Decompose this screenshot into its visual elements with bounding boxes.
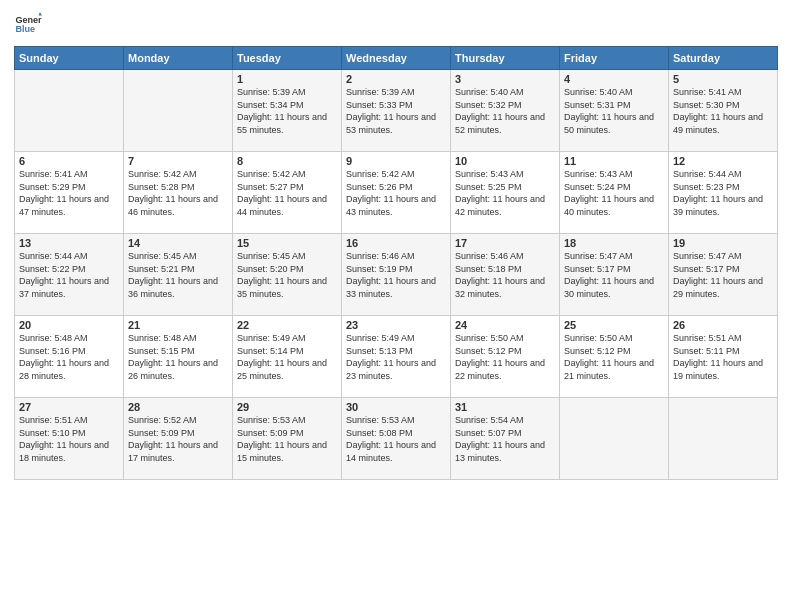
day-content: Sunrise: 5:53 AM Sunset: 5:09 PM Dayligh…: [237, 414, 337, 464]
day-content: Sunrise: 5:46 AM Sunset: 5:19 PM Dayligh…: [346, 250, 446, 300]
day-number: 3: [455, 73, 555, 85]
header: General Blue: [14, 10, 778, 38]
day-cell: 29Sunrise: 5:53 AM Sunset: 5:09 PM Dayli…: [233, 398, 342, 480]
weekday-header-sunday: Sunday: [15, 47, 124, 70]
day-cell: 28Sunrise: 5:52 AM Sunset: 5:09 PM Dayli…: [124, 398, 233, 480]
weekday-header-monday: Monday: [124, 47, 233, 70]
day-content: Sunrise: 5:51 AM Sunset: 5:10 PM Dayligh…: [19, 414, 119, 464]
day-number: 17: [455, 237, 555, 249]
day-content: Sunrise: 5:43 AM Sunset: 5:25 PM Dayligh…: [455, 168, 555, 218]
day-cell: [560, 398, 669, 480]
day-number: 7: [128, 155, 228, 167]
logo-icon: General Blue: [14, 10, 42, 38]
svg-marker-2: [39, 12, 43, 16]
day-content: Sunrise: 5:48 AM Sunset: 5:15 PM Dayligh…: [128, 332, 228, 382]
day-cell: 20Sunrise: 5:48 AM Sunset: 5:16 PM Dayli…: [15, 316, 124, 398]
day-content: Sunrise: 5:50 AM Sunset: 5:12 PM Dayligh…: [564, 332, 664, 382]
day-cell: 25Sunrise: 5:50 AM Sunset: 5:12 PM Dayli…: [560, 316, 669, 398]
day-content: Sunrise: 5:54 AM Sunset: 5:07 PM Dayligh…: [455, 414, 555, 464]
day-content: Sunrise: 5:49 AM Sunset: 5:13 PM Dayligh…: [346, 332, 446, 382]
day-cell: 30Sunrise: 5:53 AM Sunset: 5:08 PM Dayli…: [342, 398, 451, 480]
day-content: Sunrise: 5:50 AM Sunset: 5:12 PM Dayligh…: [455, 332, 555, 382]
weekday-header-tuesday: Tuesday: [233, 47, 342, 70]
day-number: 19: [673, 237, 773, 249]
day-cell: 31Sunrise: 5:54 AM Sunset: 5:07 PM Dayli…: [451, 398, 560, 480]
day-content: Sunrise: 5:48 AM Sunset: 5:16 PM Dayligh…: [19, 332, 119, 382]
day-content: Sunrise: 5:42 AM Sunset: 5:27 PM Dayligh…: [237, 168, 337, 218]
weekday-header-friday: Friday: [560, 47, 669, 70]
day-number: 22: [237, 319, 337, 331]
day-content: Sunrise: 5:44 AM Sunset: 5:23 PM Dayligh…: [673, 168, 773, 218]
day-content: Sunrise: 5:43 AM Sunset: 5:24 PM Dayligh…: [564, 168, 664, 218]
week-row-2: 6Sunrise: 5:41 AM Sunset: 5:29 PM Daylig…: [15, 152, 778, 234]
day-cell: 15Sunrise: 5:45 AM Sunset: 5:20 PM Dayli…: [233, 234, 342, 316]
day-number: 26: [673, 319, 773, 331]
day-number: 13: [19, 237, 119, 249]
day-content: Sunrise: 5:51 AM Sunset: 5:11 PM Dayligh…: [673, 332, 773, 382]
day-cell: 13Sunrise: 5:44 AM Sunset: 5:22 PM Dayli…: [15, 234, 124, 316]
day-content: Sunrise: 5:45 AM Sunset: 5:21 PM Dayligh…: [128, 250, 228, 300]
week-row-4: 20Sunrise: 5:48 AM Sunset: 5:16 PM Dayli…: [15, 316, 778, 398]
day-number: 5: [673, 73, 773, 85]
weekday-header-saturday: Saturday: [669, 47, 778, 70]
day-number: 6: [19, 155, 119, 167]
day-cell: 17Sunrise: 5:46 AM Sunset: 5:18 PM Dayli…: [451, 234, 560, 316]
day-number: 30: [346, 401, 446, 413]
day-number: 31: [455, 401, 555, 413]
day-content: Sunrise: 5:47 AM Sunset: 5:17 PM Dayligh…: [673, 250, 773, 300]
weekday-header-wednesday: Wednesday: [342, 47, 451, 70]
day-content: Sunrise: 5:40 AM Sunset: 5:32 PM Dayligh…: [455, 86, 555, 136]
day-number: 12: [673, 155, 773, 167]
day-content: Sunrise: 5:39 AM Sunset: 5:34 PM Dayligh…: [237, 86, 337, 136]
day-content: Sunrise: 5:46 AM Sunset: 5:18 PM Dayligh…: [455, 250, 555, 300]
day-cell: 19Sunrise: 5:47 AM Sunset: 5:17 PM Dayli…: [669, 234, 778, 316]
day-cell: 1Sunrise: 5:39 AM Sunset: 5:34 PM Daylig…: [233, 70, 342, 152]
week-row-5: 27Sunrise: 5:51 AM Sunset: 5:10 PM Dayli…: [15, 398, 778, 480]
day-cell: 18Sunrise: 5:47 AM Sunset: 5:17 PM Dayli…: [560, 234, 669, 316]
day-content: Sunrise: 5:45 AM Sunset: 5:20 PM Dayligh…: [237, 250, 337, 300]
day-cell: 23Sunrise: 5:49 AM Sunset: 5:13 PM Dayli…: [342, 316, 451, 398]
day-number: 10: [455, 155, 555, 167]
day-cell: 24Sunrise: 5:50 AM Sunset: 5:12 PM Dayli…: [451, 316, 560, 398]
day-number: 9: [346, 155, 446, 167]
day-cell: 9Sunrise: 5:42 AM Sunset: 5:26 PM Daylig…: [342, 152, 451, 234]
day-number: 16: [346, 237, 446, 249]
day-content: Sunrise: 5:40 AM Sunset: 5:31 PM Dayligh…: [564, 86, 664, 136]
day-cell: 3Sunrise: 5:40 AM Sunset: 5:32 PM Daylig…: [451, 70, 560, 152]
page: General Blue SundayMondayTuesdayWednesda…: [0, 0, 792, 612]
day-cell: 12Sunrise: 5:44 AM Sunset: 5:23 PM Dayli…: [669, 152, 778, 234]
day-cell: [15, 70, 124, 152]
day-cell: 11Sunrise: 5:43 AM Sunset: 5:24 PM Dayli…: [560, 152, 669, 234]
day-number: 23: [346, 319, 446, 331]
day-cell: [669, 398, 778, 480]
day-cell: 27Sunrise: 5:51 AM Sunset: 5:10 PM Dayli…: [15, 398, 124, 480]
day-content: Sunrise: 5:41 AM Sunset: 5:30 PM Dayligh…: [673, 86, 773, 136]
day-number: 11: [564, 155, 664, 167]
day-cell: 16Sunrise: 5:46 AM Sunset: 5:19 PM Dayli…: [342, 234, 451, 316]
day-content: Sunrise: 5:49 AM Sunset: 5:14 PM Dayligh…: [237, 332, 337, 382]
day-number: 29: [237, 401, 337, 413]
day-cell: 4Sunrise: 5:40 AM Sunset: 5:31 PM Daylig…: [560, 70, 669, 152]
day-number: 15: [237, 237, 337, 249]
day-content: Sunrise: 5:53 AM Sunset: 5:08 PM Dayligh…: [346, 414, 446, 464]
day-number: 28: [128, 401, 228, 413]
day-cell: 14Sunrise: 5:45 AM Sunset: 5:21 PM Dayli…: [124, 234, 233, 316]
day-content: Sunrise: 5:44 AM Sunset: 5:22 PM Dayligh…: [19, 250, 119, 300]
day-cell: 22Sunrise: 5:49 AM Sunset: 5:14 PM Dayli…: [233, 316, 342, 398]
day-number: 20: [19, 319, 119, 331]
weekday-header-thursday: Thursday: [451, 47, 560, 70]
day-cell: 8Sunrise: 5:42 AM Sunset: 5:27 PM Daylig…: [233, 152, 342, 234]
svg-text:General: General: [15, 15, 42, 25]
day-cell: 7Sunrise: 5:42 AM Sunset: 5:28 PM Daylig…: [124, 152, 233, 234]
day-content: Sunrise: 5:41 AM Sunset: 5:29 PM Dayligh…: [19, 168, 119, 218]
week-row-1: 1Sunrise: 5:39 AM Sunset: 5:34 PM Daylig…: [15, 70, 778, 152]
day-number: 25: [564, 319, 664, 331]
day-content: Sunrise: 5:52 AM Sunset: 5:09 PM Dayligh…: [128, 414, 228, 464]
day-number: 4: [564, 73, 664, 85]
day-number: 1: [237, 73, 337, 85]
day-cell: 5Sunrise: 5:41 AM Sunset: 5:30 PM Daylig…: [669, 70, 778, 152]
day-cell: 6Sunrise: 5:41 AM Sunset: 5:29 PM Daylig…: [15, 152, 124, 234]
day-cell: 21Sunrise: 5:48 AM Sunset: 5:15 PM Dayli…: [124, 316, 233, 398]
day-content: Sunrise: 5:42 AM Sunset: 5:26 PM Dayligh…: [346, 168, 446, 218]
day-content: Sunrise: 5:47 AM Sunset: 5:17 PM Dayligh…: [564, 250, 664, 300]
